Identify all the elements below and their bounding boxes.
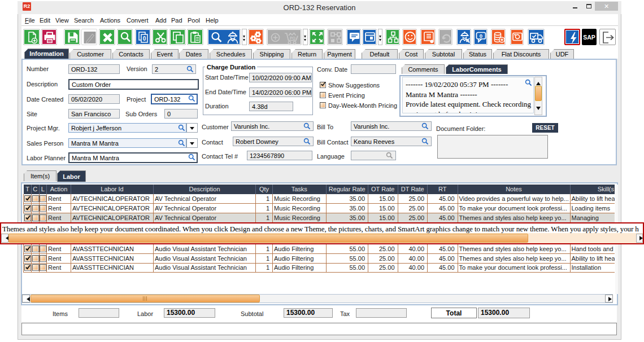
svg-text:PO: PO [290, 36, 296, 40]
svg-text:SAP: SAP [583, 34, 595, 41]
svg-text:0: 0 [143, 36, 146, 42]
svg-text:0: 0 [480, 33, 482, 39]
